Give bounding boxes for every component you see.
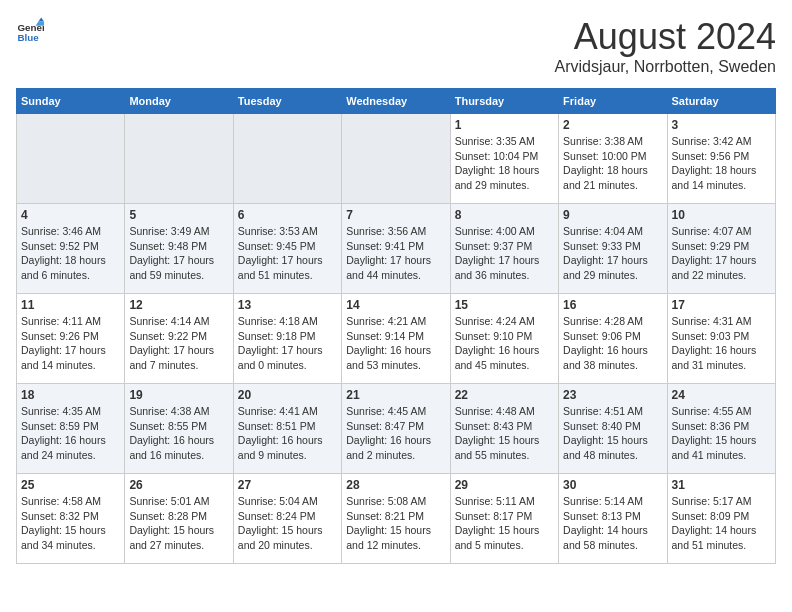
day-cell <box>125 114 233 204</box>
day-number: 13 <box>238 298 337 312</box>
day-info: Sunrise: 4:35 AMSunset: 8:59 PMDaylight:… <box>21 405 106 461</box>
day-cell: 25 Sunrise: 4:58 AMSunset: 8:32 PMDaylig… <box>17 474 125 564</box>
day-cell: 11 Sunrise: 4:11 AMSunset: 9:26 PMDaylig… <box>17 294 125 384</box>
day-number: 17 <box>672 298 771 312</box>
header-row: SundayMondayTuesdayWednesdayThursdayFrid… <box>17 89 776 114</box>
logo-icon: General Blue <box>16 16 44 44</box>
col-header-thursday: Thursday <box>450 89 558 114</box>
day-cell: 12 Sunrise: 4:14 AMSunset: 9:22 PMDaylig… <box>125 294 233 384</box>
day-info: Sunrise: 4:24 AMSunset: 9:10 PMDaylight:… <box>455 315 540 371</box>
day-cell <box>233 114 341 204</box>
day-number: 15 <box>455 298 554 312</box>
day-cell <box>17 114 125 204</box>
col-header-tuesday: Tuesday <box>233 89 341 114</box>
week-row-3: 11 Sunrise: 4:11 AMSunset: 9:26 PMDaylig… <box>17 294 776 384</box>
day-number: 3 <box>672 118 771 132</box>
day-info: Sunrise: 4:41 AMSunset: 8:51 PMDaylight:… <box>238 405 323 461</box>
day-number: 30 <box>563 478 662 492</box>
day-info: Sunrise: 4:04 AMSunset: 9:33 PMDaylight:… <box>563 225 648 281</box>
col-header-saturday: Saturday <box>667 89 775 114</box>
day-info: Sunrise: 4:21 AMSunset: 9:14 PMDaylight:… <box>346 315 431 371</box>
day-cell: 3 Sunrise: 3:42 AMSunset: 9:56 PMDayligh… <box>667 114 775 204</box>
day-number: 1 <box>455 118 554 132</box>
col-header-monday: Monday <box>125 89 233 114</box>
day-cell: 9 Sunrise: 4:04 AMSunset: 9:33 PMDayligh… <box>559 204 667 294</box>
day-cell: 31 Sunrise: 5:17 AMSunset: 8:09 PMDaylig… <box>667 474 775 564</box>
day-info: Sunrise: 4:38 AMSunset: 8:55 PMDaylight:… <box>129 405 214 461</box>
day-info: Sunrise: 5:11 AMSunset: 8:17 PMDaylight:… <box>455 495 540 551</box>
col-header-sunday: Sunday <box>17 89 125 114</box>
day-info: Sunrise: 4:14 AMSunset: 9:22 PMDaylight:… <box>129 315 214 371</box>
day-number: 5 <box>129 208 228 222</box>
day-number: 16 <box>563 298 662 312</box>
week-row-2: 4 Sunrise: 3:46 AMSunset: 9:52 PMDayligh… <box>17 204 776 294</box>
subtitle: Arvidsjaur, Norrbotten, Sweden <box>555 58 776 76</box>
day-cell: 17 Sunrise: 4:31 AMSunset: 9:03 PMDaylig… <box>667 294 775 384</box>
day-number: 7 <box>346 208 445 222</box>
day-cell: 7 Sunrise: 3:56 AMSunset: 9:41 PMDayligh… <box>342 204 450 294</box>
day-cell <box>342 114 450 204</box>
day-number: 9 <box>563 208 662 222</box>
day-info: Sunrise: 4:48 AMSunset: 8:43 PMDaylight:… <box>455 405 540 461</box>
day-cell: 22 Sunrise: 4:48 AMSunset: 8:43 PMDaylig… <box>450 384 558 474</box>
svg-text:Blue: Blue <box>17 32 39 43</box>
day-number: 23 <box>563 388 662 402</box>
day-cell: 4 Sunrise: 3:46 AMSunset: 9:52 PMDayligh… <box>17 204 125 294</box>
day-info: Sunrise: 5:14 AMSunset: 8:13 PMDaylight:… <box>563 495 648 551</box>
day-number: 29 <box>455 478 554 492</box>
day-number: 6 <box>238 208 337 222</box>
day-cell: 15 Sunrise: 4:24 AMSunset: 9:10 PMDaylig… <box>450 294 558 384</box>
day-number: 10 <box>672 208 771 222</box>
day-number: 12 <box>129 298 228 312</box>
week-row-1: 1 Sunrise: 3:35 AMSunset: 10:04 PMDaylig… <box>17 114 776 204</box>
day-cell: 1 Sunrise: 3:35 AMSunset: 10:04 PMDaylig… <box>450 114 558 204</box>
calendar-table: SundayMondayTuesdayWednesdayThursdayFrid… <box>16 88 776 564</box>
logo: General Blue <box>16 16 44 44</box>
day-info: Sunrise: 5:17 AMSunset: 8:09 PMDaylight:… <box>672 495 757 551</box>
day-info: Sunrise: 4:00 AMSunset: 9:37 PMDaylight:… <box>455 225 540 281</box>
day-info: Sunrise: 3:56 AMSunset: 9:41 PMDaylight:… <box>346 225 431 281</box>
day-cell: 27 Sunrise: 5:04 AMSunset: 8:24 PMDaylig… <box>233 474 341 564</box>
day-info: Sunrise: 4:45 AMSunset: 8:47 PMDaylight:… <box>346 405 431 461</box>
day-info: Sunrise: 4:55 AMSunset: 8:36 PMDaylight:… <box>672 405 757 461</box>
day-number: 27 <box>238 478 337 492</box>
day-cell: 30 Sunrise: 5:14 AMSunset: 8:13 PMDaylig… <box>559 474 667 564</box>
day-info: Sunrise: 4:58 AMSunset: 8:32 PMDaylight:… <box>21 495 106 551</box>
day-info: Sunrise: 5:04 AMSunset: 8:24 PMDaylight:… <box>238 495 323 551</box>
svg-marker-2 <box>38 17 44 21</box>
day-info: Sunrise: 3:42 AMSunset: 9:56 PMDaylight:… <box>672 135 757 191</box>
day-number: 8 <box>455 208 554 222</box>
day-info: Sunrise: 5:01 AMSunset: 8:28 PMDaylight:… <box>129 495 214 551</box>
header: General Blue August 2024 Arvidsjaur, Nor… <box>16 16 776 76</box>
day-cell: 14 Sunrise: 4:21 AMSunset: 9:14 PMDaylig… <box>342 294 450 384</box>
day-info: Sunrise: 3:46 AMSunset: 9:52 PMDaylight:… <box>21 225 106 281</box>
day-info: Sunrise: 3:49 AMSunset: 9:48 PMDaylight:… <box>129 225 214 281</box>
day-cell: 13 Sunrise: 4:18 AMSunset: 9:18 PMDaylig… <box>233 294 341 384</box>
day-cell: 23 Sunrise: 4:51 AMSunset: 8:40 PMDaylig… <box>559 384 667 474</box>
day-cell: 24 Sunrise: 4:55 AMSunset: 8:36 PMDaylig… <box>667 384 775 474</box>
day-number: 18 <box>21 388 120 402</box>
day-cell: 28 Sunrise: 5:08 AMSunset: 8:21 PMDaylig… <box>342 474 450 564</box>
day-number: 28 <box>346 478 445 492</box>
week-row-5: 25 Sunrise: 4:58 AMSunset: 8:32 PMDaylig… <box>17 474 776 564</box>
main-title: August 2024 <box>555 16 776 58</box>
day-number: 22 <box>455 388 554 402</box>
day-number: 20 <box>238 388 337 402</box>
day-cell: 29 Sunrise: 5:11 AMSunset: 8:17 PMDaylig… <box>450 474 558 564</box>
day-number: 24 <box>672 388 771 402</box>
day-number: 11 <box>21 298 120 312</box>
day-info: Sunrise: 4:51 AMSunset: 8:40 PMDaylight:… <box>563 405 648 461</box>
day-number: 31 <box>672 478 771 492</box>
title-area: August 2024 Arvidsjaur, Norrbotten, Swed… <box>555 16 776 76</box>
col-header-friday: Friday <box>559 89 667 114</box>
day-cell: 2 Sunrise: 3:38 AMSunset: 10:00 PMDaylig… <box>559 114 667 204</box>
day-cell: 21 Sunrise: 4:45 AMSunset: 8:47 PMDaylig… <box>342 384 450 474</box>
day-info: Sunrise: 4:11 AMSunset: 9:26 PMDaylight:… <box>21 315 106 371</box>
day-cell: 5 Sunrise: 3:49 AMSunset: 9:48 PMDayligh… <box>125 204 233 294</box>
day-info: Sunrise: 4:18 AMSunset: 9:18 PMDaylight:… <box>238 315 323 371</box>
day-info: Sunrise: 5:08 AMSunset: 8:21 PMDaylight:… <box>346 495 431 551</box>
day-cell: 8 Sunrise: 4:00 AMSunset: 9:37 PMDayligh… <box>450 204 558 294</box>
day-info: Sunrise: 3:53 AMSunset: 9:45 PMDaylight:… <box>238 225 323 281</box>
day-info: Sunrise: 4:07 AMSunset: 9:29 PMDaylight:… <box>672 225 757 281</box>
day-number: 14 <box>346 298 445 312</box>
